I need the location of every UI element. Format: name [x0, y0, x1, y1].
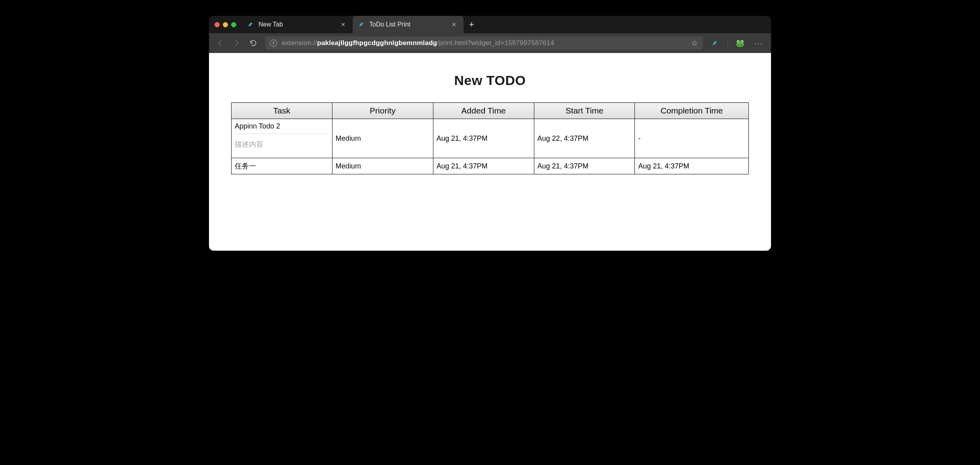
overflow-menu-button[interactable]: ··· — [752, 39, 765, 48]
new-tab-button[interactable]: + — [463, 20, 480, 29]
cell-start-time: Aug 22, 4:37PM — [534, 119, 635, 158]
cell-added-time: Aug 21, 4:37PM — [433, 158, 534, 174]
tab-new-tab[interactable]: New Tab × — [242, 16, 353, 33]
window-maximize-button[interactable] — [231, 22, 236, 27]
bird-icon — [247, 21, 254, 28]
cell-priority: Medium — [332, 119, 433, 158]
svg-point-5 — [738, 41, 739, 42]
url-scheme: extension:// — [282, 39, 317, 47]
window-controls — [209, 22, 242, 27]
todo-table: Task Priority Added Time Start Time Comp… — [231, 102, 749, 174]
close-icon[interactable]: × — [450, 21, 458, 28]
forward-button[interactable] — [232, 38, 241, 48]
col-added-time: Added Time — [433, 103, 534, 119]
col-start-time: Start Time — [534, 103, 635, 119]
task-name: 任务一 — [235, 161, 329, 171]
url-query: ?widget_id=1597997587614 — [467, 39, 554, 47]
cell-completion-time: - — [635, 119, 749, 158]
tab-title: New Tab — [258, 21, 283, 28]
col-completion-time: Completion Time — [635, 103, 749, 119]
table-row: Appinn Todo 2 描述内容 Medium Aug 21, 4:37PM… — [232, 119, 749, 158]
bird-icon — [358, 21, 365, 28]
col-priority: Priority — [332, 103, 433, 119]
cell-completion-time: Aug 21, 4:37PM — [635, 158, 749, 174]
task-description: 描述内容 — [235, 134, 329, 155]
tab-strip: New Tab × ToDo List Print × + — [209, 16, 771, 33]
tab-todo-list-print[interactable]: ToDo List Print × — [353, 16, 463, 33]
site-info-icon[interactable]: i — [270, 40, 277, 47]
page-content: New TODO Task Priority Added Time Start … — [209, 53, 771, 251]
cell-added-time: Aug 21, 4:37PM — [433, 119, 534, 158]
task-name: Appinn Todo 2 — [235, 122, 329, 134]
cell-task: Appinn Todo 2 描述内容 — [232, 119, 332, 158]
address-bar[interactable]: i extension://pakleajllggfhpgcdgghnlgbem… — [265, 36, 703, 50]
url-host: pakleajllggfhpgcdgghnlgbemnmladg — [317, 39, 437, 47]
url-path: /print.html — [437, 39, 467, 47]
bird-extension-icon[interactable] — [710, 38, 720, 48]
tab-title: ToDo List Print — [369, 21, 410, 28]
cell-priority: Medium — [332, 158, 433, 174]
cell-start-time: Aug 21, 4:37PM — [534, 158, 635, 174]
frog-extension-icon[interactable] — [735, 38, 745, 48]
toolbar-divider — [727, 39, 728, 47]
window-minimize-button[interactable] — [223, 22, 228, 27]
reload-button[interactable] — [249, 38, 258, 48]
svg-point-6 — [742, 41, 743, 42]
bookmark-icon[interactable]: ☆ — [691, 38, 698, 48]
browser-toolbar: i extension://pakleajllggfhpgcdgghnlgbem… — [209, 33, 771, 53]
browser-window: New Tab × ToDo List Print × + i extensio… — [209, 16, 771, 251]
back-button[interactable] — [215, 38, 225, 48]
close-icon[interactable]: × — [339, 21, 347, 28]
table-row: 任务一 Medium Aug 21, 4:37PM Aug 21, 4:37PM… — [232, 158, 749, 174]
window-close-button[interactable] — [215, 22, 220, 27]
url-text: extension://pakleajllggfhpgcdgghnlgbemnm… — [282, 39, 554, 47]
table-header-row: Task Priority Added Time Start Time Comp… — [232, 103, 749, 119]
page-title: New TODO — [231, 73, 749, 88]
col-task: Task — [232, 103, 332, 119]
cell-task: 任务一 — [232, 158, 332, 174]
